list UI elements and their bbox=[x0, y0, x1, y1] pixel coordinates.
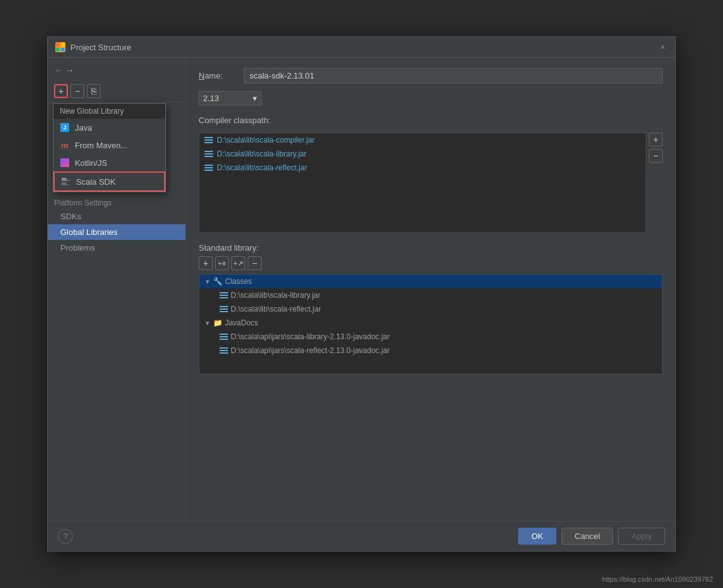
tree-classes-row[interactable]: ▼ 🔧 Classes bbox=[199, 275, 662, 288]
version-dropdown[interactable]: 2.13 ▾ bbox=[199, 91, 262, 106]
java-menu-icon: J bbox=[60, 122, 70, 133]
dropdown-item-scala[interactable]: Scala SDK bbox=[53, 172, 165, 192]
dropdown-item-kotlin[interactable]: Kotlin/JS bbox=[53, 154, 165, 172]
dropdown-scala-label: Scala SDK bbox=[76, 177, 116, 187]
ok-button[interactable]: OK bbox=[518, 528, 556, 545]
jar-icon-lib bbox=[219, 291, 228, 300]
tree-scala-library[interactable]: D:\scala\lib\scala-library.jar bbox=[214, 288, 662, 302]
folder-icon: 📁 bbox=[213, 318, 223, 327]
scala-reflect-path: D:\scala\lib\scala-reflect.jar bbox=[231, 305, 321, 313]
tree-javadoc-library[interactable]: D:\scala\api\jars\scala-library-2.13.0-j… bbox=[214, 330, 662, 344]
classpath-path-0: D:\scala\lib\scala-compiler.jar bbox=[217, 136, 314, 144]
classpath-add-btn[interactable]: + bbox=[649, 133, 663, 146]
svg-rect-5 bbox=[62, 180, 70, 181]
app-icon bbox=[55, 42, 65, 52]
classpath-path-2: D:\scala\lib\scala-reflect.jar bbox=[217, 163, 307, 172]
compiler-classpath-panel: D:\scala\lib\scala-compiler.jar D:\scala… bbox=[199, 133, 663, 233]
standard-library-section: Standard library: + +≡ +↗ − ▼ 🔧 Classes bbox=[199, 241, 663, 374]
bottom-left: ? bbox=[58, 529, 73, 544]
java-icon: J bbox=[60, 123, 69, 132]
dialog-title: Project Structure bbox=[70, 43, 131, 52]
dropdown-maven-label: From Maven... bbox=[75, 141, 128, 150]
version-row: 2.13 ▾ bbox=[199, 91, 663, 106]
main-content: ← → + − ⎘ New Global Library J Java bbox=[48, 58, 675, 521]
svg-rect-2 bbox=[56, 48, 60, 52]
javadocs-arrow-icon: ▼ bbox=[204, 320, 211, 327]
new-library-dropdown: New Global Library J Java m From Maven..… bbox=[53, 103, 166, 192]
url-bar: https://blog.csdn.net/An1090239782 bbox=[602, 575, 713, 583]
version-value: 2.13 bbox=[203, 94, 219, 103]
classpath-item-1[interactable]: D:\scala\lib\scala-library.jar bbox=[199, 147, 646, 161]
dropdown-header: New Global Library bbox=[53, 104, 165, 119]
add-button[interactable]: + bbox=[54, 84, 68, 98]
tree-javadoc-reflect[interactable]: D:\scala\api\jars\scala-reflect-2.13.0-j… bbox=[214, 344, 662, 357]
jar-icon-reflect bbox=[219, 305, 228, 313]
kotlin-icon bbox=[60, 158, 69, 167]
std-remove-btn[interactable]: − bbox=[248, 256, 262, 270]
project-structure-dialog: Project Structure × ← → + − ⎘ New Global… bbox=[47, 36, 676, 552]
copy-button[interactable]: ⎘ bbox=[87, 84, 101, 98]
help-button[interactable]: ? bbox=[58, 529, 73, 544]
right-panel: Name: 2.13 ▾ Compiler classpath: D:\scal… bbox=[186, 58, 675, 521]
maven-menu-icon: m bbox=[60, 140, 70, 150]
dropdown-item-java[interactable]: J Java bbox=[53, 119, 165, 136]
scala-menu-icon bbox=[61, 177, 71, 187]
jar-icon-jd1 bbox=[219, 332, 228, 341]
classpath-path-1: D:\scala\lib\scala-library.jar bbox=[217, 150, 306, 158]
name-label: Name: bbox=[199, 71, 236, 80]
sidebar-item-sdks[interactable]: SDKs bbox=[48, 209, 185, 224]
std-add-folder-btn[interactable]: +≡ bbox=[215, 256, 229, 270]
svg-rect-1 bbox=[61, 43, 65, 46]
title-bar: Project Structure × bbox=[48, 37, 675, 58]
sidebar: ← → + − ⎘ New Global Library J Java bbox=[48, 58, 186, 521]
classes-label: Classes bbox=[225, 277, 252, 286]
chevron-down-icon: ▾ bbox=[253, 94, 257, 103]
apply-button[interactable]: Apply bbox=[618, 528, 665, 545]
kotlin-menu-icon bbox=[60, 158, 70, 168]
dropdown-item-maven[interactable]: m From Maven... bbox=[53, 136, 165, 154]
bottom-right: OK Cancel Apply bbox=[518, 528, 665, 545]
classes-arrow-icon: ▼ bbox=[204, 278, 211, 285]
classpath-remove-btn[interactable]: − bbox=[649, 149, 663, 163]
scala-library-path: D:\scala\lib\scala-library.jar bbox=[231, 291, 320, 300]
jar-icon-0 bbox=[204, 136, 213, 144]
sidebar-item-problems[interactable]: Problems bbox=[48, 240, 185, 256]
jar-icon-1 bbox=[204, 150, 213, 158]
maven-icon: m bbox=[61, 141, 69, 150]
svg-rect-7 bbox=[62, 184, 70, 185]
classpath-side-buttons: + − bbox=[649, 133, 663, 233]
remove-button[interactable]: − bbox=[70, 84, 84, 98]
back-arrow[interactable]: ← bbox=[54, 65, 63, 75]
std-library-toolbar: + +≡ +↗ − bbox=[199, 256, 663, 270]
std-add-url-btn[interactable]: +↗ bbox=[231, 256, 245, 270]
compiler-classpath-label: Compiler classpath: bbox=[199, 116, 663, 125]
javadocs-subtree: D:\scala\api\jars\scala-library-2.13.0-j… bbox=[199, 330, 662, 357]
sidebar-item-global-libraries[interactable]: Global Libraries bbox=[48, 224, 185, 240]
svg-rect-3 bbox=[61, 48, 65, 52]
nav-back: ← → bbox=[48, 63, 185, 80]
forward-arrow[interactable]: → bbox=[65, 65, 74, 75]
dropdown-java-label: Java bbox=[75, 123, 92, 133]
tree-javadocs-row[interactable]: ▼ 📁 JavaDocs bbox=[199, 316, 662, 330]
title-bar-left: Project Structure bbox=[55, 42, 131, 52]
cancel-button[interactable]: Cancel bbox=[561, 528, 613, 545]
close-button[interactable]: × bbox=[658, 42, 668, 52]
standard-library-label: Standard library: bbox=[199, 243, 663, 253]
jar-icon-2 bbox=[204, 163, 213, 172]
name-input[interactable] bbox=[244, 68, 663, 84]
javadocs-label: JavaDocs bbox=[225, 318, 258, 327]
classpath-list: D:\scala\lib\scala-compiler.jar D:\scala… bbox=[199, 133, 646, 233]
tree-scala-reflect[interactable]: D:\scala\lib\scala-reflect.jar bbox=[214, 302, 662, 316]
wrench-icon: 🔧 bbox=[213, 277, 223, 286]
classpath-item-0[interactable]: D:\scala\lib\scala-compiler.jar bbox=[199, 133, 646, 147]
std-library-tree: ▼ 🔧 Classes D:\scala\lib\scala-library.j… bbox=[199, 274, 663, 374]
javadoc-reflect-path: D:\scala\api\jars\scala-reflect-2.13.0-j… bbox=[231, 346, 390, 355]
classpath-item-2[interactable]: D:\scala\lib\scala-reflect.jar bbox=[199, 161, 646, 175]
toolbar-area: + − ⎘ New Global Library J Java m bbox=[48, 80, 185, 102]
jar-icon-jd2 bbox=[219, 346, 228, 355]
platform-settings-header: Platform Settings bbox=[48, 195, 185, 209]
svg-rect-0 bbox=[56, 43, 60, 46]
std-add-btn[interactable]: + bbox=[199, 256, 212, 270]
javadoc-library-path: D:\scala\api\jars\scala-library-2.13.0-j… bbox=[231, 332, 390, 341]
classes-subtree: D:\scala\lib\scala-library.jar D:\scala\… bbox=[199, 288, 662, 316]
